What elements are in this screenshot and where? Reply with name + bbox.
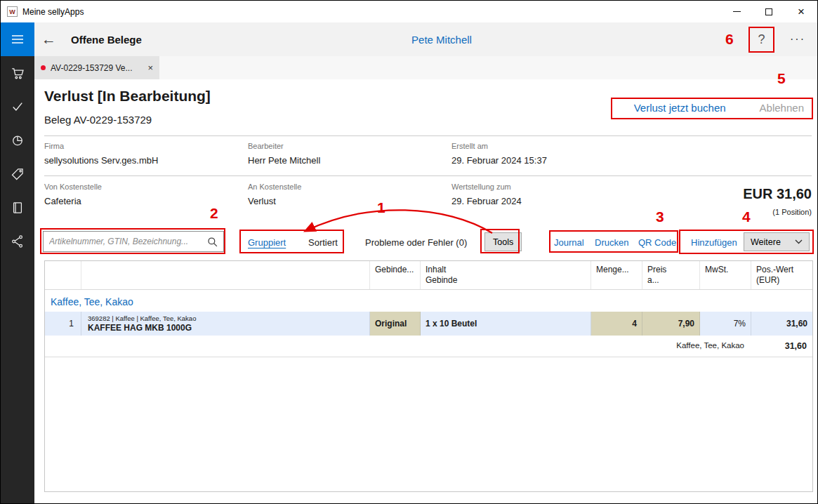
tab-label: AV-0229-153729 Ve... — [51, 63, 133, 73]
more-button[interactable]: ··· — [790, 22, 805, 56]
group-header-row: Kaffee, Tee, Kakao — [45, 290, 812, 312]
field-value: 29. Februar 2024 15:37 — [451, 155, 648, 166]
divider — [44, 135, 812, 136]
article-meta: 369282 | Kaffee | Kaffee, Tee, Kakao — [88, 314, 196, 322]
more-actions-label: Weitere — [751, 237, 781, 247]
field-label: Wertstellung zum — [451, 183, 648, 191]
positions-table: Gebinde... Inhalt Gebinde Menge... Preis… — [44, 260, 813, 492]
add-link[interactable]: Hinzufügen — [691, 237, 737, 248]
maximize-button[interactable] — [753, 1, 785, 22]
document-actions: Verlust jetzt buchen Ablehnen — [634, 102, 804, 114]
content-cell: 1 x 10 Beutel — [421, 312, 591, 336]
field-bearbeiter: Bearbeiter Herr Pete Mitchell — [248, 142, 444, 166]
annotation-number-2: 2 — [210, 205, 218, 222]
user-name[interactable]: Pete Mitchell — [411, 22, 472, 56]
app-icon: W — [7, 6, 18, 17]
sidebar-item-tasks[interactable] — [1, 90, 34, 124]
field-value: Verlust — [248, 196, 444, 206]
minimize-icon — [733, 11, 741, 12]
header-cell-poswert: Pos.-Wert (EUR) — [751, 261, 812, 289]
journal-icon — [11, 201, 25, 215]
hamburger-icon — [11, 34, 24, 44]
reject-button[interactable]: Ablehnen — [760, 102, 804, 114]
field-firma: Firma sellysolutions Serv.ges.mbH — [44, 142, 241, 166]
header-cell-menge: Menge... — [591, 261, 642, 289]
tab-close-icon[interactable]: × — [147, 62, 153, 73]
price-cell[interactable]: 7,90 — [642, 312, 700, 336]
sidebar-item-articles[interactable] — [1, 157, 34, 191]
field-label: Erstellt am — [451, 142, 648, 150]
field-value: Herr Pete Mitchell — [248, 155, 444, 166]
search-icon[interactable] — [207, 237, 218, 247]
header-cell-preis: Preis a... — [642, 261, 700, 289]
pie-chart-icon — [11, 133, 25, 147]
summary-value: 31,60 — [751, 336, 812, 357]
journal-link[interactable]: Journal — [554, 237, 584, 248]
header-cell-mwst: MwSt. — [700, 261, 751, 289]
window-controls: × — [720, 1, 817, 22]
header-cell-inhalt: Inhalt Gebinde — [421, 261, 591, 289]
field-label: Bearbeiter — [248, 142, 444, 150]
document-number: Beleg AV-0229-153729 — [44, 114, 152, 126]
group-summary-row: Kaffee, Tee, Kakao 31,60 — [45, 336, 812, 357]
header-cell-gebinde: Gebinde... — [370, 261, 421, 289]
page-title: Offene Belege — [71, 22, 142, 56]
summary-label: Kaffee, Tee, Kakao — [45, 336, 751, 357]
value-cell: 31,60 — [751, 312, 812, 336]
qr-code-link[interactable]: QR Code — [638, 237, 676, 248]
sidebar — [1, 56, 34, 503]
titlebar: W Meine sellyApps × — [1, 1, 817, 22]
tab-document[interactable]: AV-0229-153729 Ve... × — [34, 56, 159, 79]
field-wertstellung: Wertstellung zum 29. Februar 2024 — [451, 183, 648, 206]
header-cell — [45, 261, 81, 289]
print-link[interactable]: Drucken — [595, 237, 628, 248]
sidebar-item-statistics[interactable] — [1, 124, 34, 157]
book-loss-button[interactable]: Verlust jetzt buchen — [634, 102, 726, 114]
unsaved-dot-icon — [41, 65, 46, 70]
table-header: Gebinde... Inhalt Gebinde Menge... Preis… — [45, 261, 812, 290]
table-row[interactable]: 1 369282 | Kaffee | Kaffee, Tee, Kakao K… — [45, 312, 812, 336]
field-an-kostenstelle: An Kostenstelle Verlust — [248, 183, 444, 206]
divider — [44, 175, 812, 176]
close-button[interactable]: × — [785, 1, 817, 22]
sidebar-item-share[interactable] — [1, 225, 34, 258]
window-title: Meine sellyApps — [22, 7, 84, 17]
tag-icon — [11, 167, 25, 181]
menu-button[interactable] — [1, 22, 34, 56]
annotation-number-4: 4 — [742, 208, 751, 225]
app-window: W Meine sellyApps × ← Offene Belege Pete… — [0, 0, 818, 504]
field-value: sellysolutions Serv.ges.mbH — [44, 155, 241, 166]
sidebar-item-cart[interactable] — [1, 56, 34, 90]
sidebar-item-journal[interactable] — [1, 191, 34, 225]
sorted-toggle[interactable]: Sortiert — [308, 237, 338, 248]
row-number: 1 — [45, 312, 81, 336]
package-cell: Original — [370, 312, 421, 336]
field-label: Von Kostenstelle — [44, 183, 241, 191]
tab-bar: AV-0229-153729 Ve... × — [34, 56, 817, 79]
article-search — [43, 231, 224, 252]
grouped-toggle[interactable]: Gruppiert — [248, 237, 286, 248]
field-label: Firma — [44, 142, 241, 150]
back-button[interactable]: ← — [41, 22, 56, 56]
help-button[interactable]: ? — [751, 22, 772, 56]
field-von-kostenstelle: Von Kostenstelle Cafeteria — [44, 183, 241, 206]
tools-button[interactable]: Tools — [484, 232, 522, 251]
app-header: ← Offene Belege Pete Mitchell ? ··· — [1, 22, 817, 56]
field-label: An Kostenstelle — [248, 183, 444, 191]
field-value: 29. Februar 2024 — [451, 196, 648, 206]
close-icon: × — [798, 6, 805, 18]
field-erstellt-am: Erstellt am 29. Februar 2024 15:37 — [451, 142, 648, 166]
more-actions-button[interactable]: Weitere — [744, 232, 810, 251]
annotation-number-3: 3 — [656, 208, 664, 225]
chevron-down-icon — [795, 239, 803, 244]
search-input[interactable] — [49, 237, 207, 246]
minimize-button[interactable] — [720, 1, 753, 22]
quantity-cell[interactable]: 4 — [591, 312, 642, 336]
article-cell: 369282 | Kaffee | Kaffee, Tee, Kakao KAF… — [81, 312, 370, 336]
maximize-icon — [765, 8, 772, 15]
header-cell — [81, 261, 370, 289]
cart-icon — [11, 66, 25, 81]
total-amount: EUR 31,60 — [743, 186, 812, 202]
document-title: Verlust [In Bearbeitung] — [44, 88, 211, 105]
field-value: Cafeteria — [44, 196, 241, 206]
